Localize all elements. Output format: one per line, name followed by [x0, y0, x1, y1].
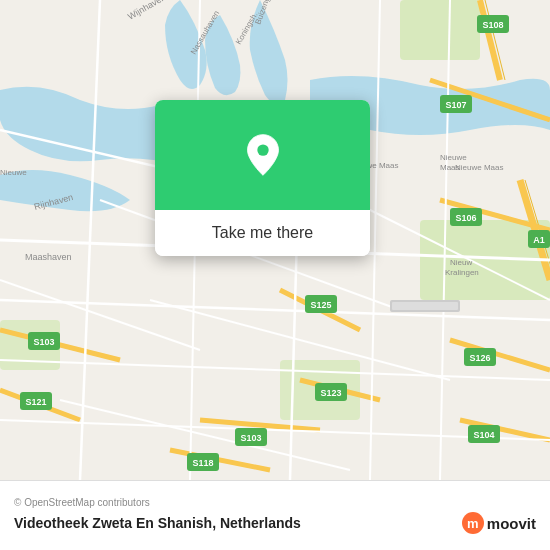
svg-text:Nieuwe: Nieuwe	[440, 153, 467, 162]
svg-line-4	[480, 0, 500, 80]
svg-text:A1: A1	[533, 235, 545, 245]
take-me-there-button[interactable]: Take me there	[155, 210, 370, 256]
svg-text:S126: S126	[469, 353, 490, 363]
svg-text:S106: S106	[455, 213, 476, 223]
svg-text:Wijnhaven: Wijnhaven	[126, 0, 167, 22]
svg-rect-0	[400, 0, 480, 60]
popup-green-header	[155, 100, 370, 210]
svg-line-19	[0, 300, 550, 320]
svg-text:S103: S103	[33, 337, 54, 347]
svg-text:S103: S103	[240, 433, 261, 443]
moovit-text: moovit	[487, 515, 536, 532]
svg-line-16	[170, 450, 270, 470]
bottom-info-row: Videotheek Zweta En Shanish, Netherlands…	[14, 512, 536, 534]
svg-text:Nieuwe: Nieuwe	[0, 168, 27, 177]
moovit-logo: m moovit	[462, 512, 536, 534]
popup-card: Take me there	[155, 100, 370, 256]
svg-text:S118: S118	[192, 458, 213, 468]
svg-text:S123: S123	[320, 388, 341, 398]
location-pin-icon	[241, 133, 285, 177]
location-name: Videotheek Zweta En Shanish, Netherlands	[14, 515, 301, 531]
svg-text:S125: S125	[310, 300, 331, 310]
svg-point-72	[257, 144, 268, 155]
svg-text:S104: S104	[473, 430, 494, 440]
svg-text:Kralingen: Kralingen	[445, 268, 479, 277]
svg-text:S108: S108	[482, 20, 503, 30]
map-attribution: © OpenStreetMap contributors	[14, 497, 536, 508]
map-container: S108 S107 S106 A1 S125 S103 S121 S126 S1…	[0, 0, 550, 480]
svg-text:Nieuwe Maas: Nieuwe Maas	[455, 163, 503, 172]
svg-text:S107: S107	[445, 100, 466, 110]
svg-text:Maashaven: Maashaven	[25, 252, 72, 262]
bottom-bar: © OpenStreetMap contributors Videotheek …	[0, 480, 550, 550]
moovit-icon: m	[462, 512, 484, 534]
svg-rect-34	[392, 302, 458, 310]
svg-line-25	[370, 0, 380, 480]
svg-text:S121: S121	[25, 397, 46, 407]
svg-text:Nieuw: Nieuw	[450, 258, 472, 267]
